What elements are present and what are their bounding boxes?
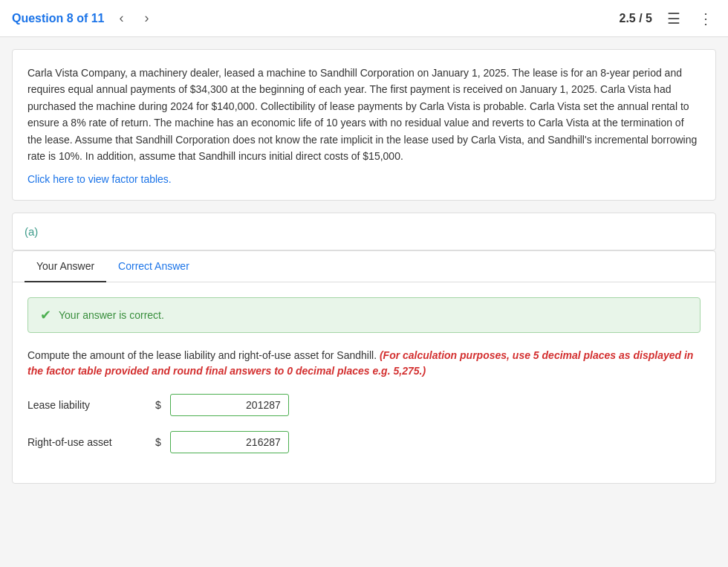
instruction-plain: Compute the amount of the lease liabilit… xyxy=(27,349,377,361)
answer-section: Your Answer Correct Answer ✔ Your answer… xyxy=(12,250,716,484)
correct-text: Your answer is correct. xyxy=(59,309,164,321)
score-total: 5 xyxy=(646,12,652,25)
answer-tabs: Your Answer Correct Answer xyxy=(13,251,715,282)
main-content: Carla Vista Company, a machinery dealer,… xyxy=(0,37,728,496)
tab-your-answer[interactable]: Your Answer xyxy=(25,251,106,282)
list-icon-button[interactable]: ☰ xyxy=(664,7,683,30)
part-label: (a) xyxy=(25,225,38,238)
score-value: 2.5 xyxy=(620,12,636,25)
header-left: Question 8 of 11 ‹ › xyxy=(12,7,155,29)
lease-liability-input[interactable] xyxy=(170,394,289,416)
part-card: (a) xyxy=(12,213,716,250)
right-of-use-label: Right-of-use asset xyxy=(27,436,146,448)
lease-liability-row: Lease liability $ xyxy=(27,394,701,416)
next-question-button[interactable]: › xyxy=(138,7,155,29)
correct-answer-banner: ✔ Your answer is correct. xyxy=(27,297,701,333)
right-of-use-input[interactable] xyxy=(170,431,289,453)
right-of-use-row: Right-of-use asset $ xyxy=(27,431,701,453)
right-of-use-dollar: $ xyxy=(155,436,161,448)
instruction-text: Compute the amount of the lease liabilit… xyxy=(27,348,701,379)
tab-content: ✔ Your answer is correct. Compute the am… xyxy=(13,282,715,483)
score-separator: / xyxy=(636,12,646,25)
question-counter-text: Question 8 of 11 xyxy=(12,12,104,25)
tab-correct-answer[interactable]: Correct Answer xyxy=(106,251,201,282)
factor-tables-link[interactable]: Click here to view factor tables. xyxy=(27,173,172,185)
lease-liability-label: Lease liability xyxy=(27,399,146,411)
header-right: 2.5 / 5 ☰ ⋮ xyxy=(620,7,717,30)
score-display: 2.5 / 5 xyxy=(620,12,653,25)
prev-question-button[interactable]: ‹ xyxy=(113,7,129,29)
question-text: Carla Vista Company, a machinery dealer,… xyxy=(27,65,701,164)
question-card: Carla Vista Company, a machinery dealer,… xyxy=(12,49,716,201)
more-options-button[interactable]: ⋮ xyxy=(695,7,716,30)
lease-liability-dollar: $ xyxy=(155,399,161,411)
question-counter: Question 8 of 11 xyxy=(12,12,104,25)
checkmark-icon: ✔ xyxy=(40,307,51,323)
page-header: Question 8 of 11 ‹ › 2.5 / 5 ☰ ⋮ xyxy=(0,0,728,37)
